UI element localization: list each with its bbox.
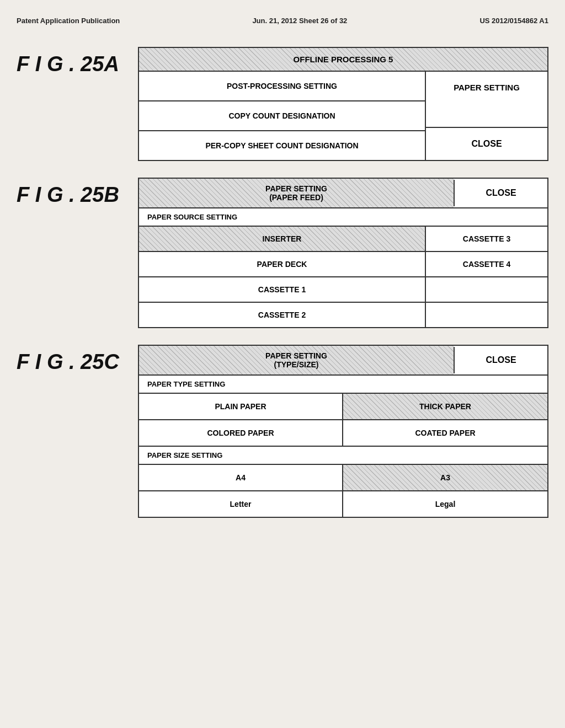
patent-header: Patent Application Publication Jun. 21, … [17, 11, 548, 30]
fig25a-row-1: POST-PROCESSING SETTING [139, 72, 425, 101]
page: Patent Application Publication Jun. 21, … [0, 0, 565, 728]
fig25b-label-container: F I G . 25B [17, 178, 138, 207]
fig25c-header: PAPER SETTING(TYPE/SIZE) CLOSE [139, 346, 547, 376]
fig25c-size-label: PAPER SIZE SETTING [139, 447, 547, 465]
source-row-cassette1: CASSETTE 1 [139, 277, 547, 303]
fig25c-close[interactable]: CLOSE [454, 347, 547, 373]
fig25c-type-label: PAPER TYPE SETTING [139, 376, 547, 394]
fig25c-title: PAPER SETTING(TYPE/SIZE) [139, 346, 454, 374]
source-cassette2: CASSETTE 2 [139, 303, 426, 327]
fig25a-title: OFFLINE PROCESSING 5 [139, 48, 547, 72]
source-paper-deck: PAPER DECK [139, 252, 426, 276]
fig25c-section: F I G . 25C PAPER SETTING(TYPE/SIZE) CLO… [17, 345, 548, 518]
size-letter: Letter [139, 491, 343, 517]
type-coated-paper: COATED PAPER [343, 420, 547, 446]
fig25b-diagram: PAPER SETTING(PAPER FEED) CLOSE PAPER SO… [138, 178, 548, 328]
fig25a-right: PAPER SETTING CLOSE [426, 72, 547, 160]
fig25b-header: PAPER SETTING(PAPER FEED) CLOSE [139, 179, 547, 208]
fig25b-label: F I G . 25B [17, 183, 119, 206]
type-thick-paper: THICK PAPER [343, 394, 547, 420]
source-cassette2-right [426, 303, 547, 327]
source-row-paper-deck: PAPER DECK CASSETTE 4 [139, 252, 547, 277]
fig25b-close[interactable]: CLOSE [454, 180, 547, 206]
fig25a-row-2: COPY COUNT DESIGNATION [139, 101, 425, 131]
fig25c-diagram: PAPER SETTING(TYPE/SIZE) CLOSE PAPER TYP… [138, 345, 548, 518]
fig25b-title: PAPER SETTING(PAPER FEED) [139, 179, 454, 207]
source-cassette3: CASSETTE 3 [426, 227, 547, 251]
source-row-cassette2: CASSETTE 2 [139, 303, 547, 327]
size-a3: A3 [343, 465, 547, 491]
size-legal: Legal [343, 491, 547, 517]
source-inserter: INSERTER [139, 227, 426, 251]
fig25a-body: POST-PROCESSING SETTING COPY COUNT DESIG… [139, 72, 547, 160]
fig25a-label-container: F I G . 25A [17, 47, 138, 76]
header-left: Patent Application Publication [17, 17, 120, 25]
fig25b-source-label: PAPER SOURCE SETTING [139, 208, 547, 227]
fig25a-section: F I G . 25A OFFLINE PROCESSING 5 POST-PR… [17, 47, 548, 161]
fig25a-close[interactable]: CLOSE [426, 128, 547, 160]
fig25a-left: POST-PROCESSING SETTING COPY COUNT DESIG… [139, 72, 426, 160]
fig25a-row-3: PER-COPY SHEET COUNT DESIGNATION [139, 131, 425, 160]
source-cassette4: CASSETTE 4 [426, 252, 547, 276]
source-cassette1: CASSETTE 1 [139, 277, 426, 302]
fig25a-paper-setting: PAPER SETTING [426, 72, 547, 128]
fig25c-type-grid: PLAIN PAPER THICK PAPER COLORED PAPER CO… [139, 394, 547, 447]
header-center: Jun. 21, 2012 Sheet 26 of 32 [252, 17, 347, 25]
source-cassette1-right [426, 277, 547, 302]
fig25a-label: F I G . 25A [17, 52, 119, 76]
fig25a-diagram: OFFLINE PROCESSING 5 POST-PROCESSING SET… [138, 47, 548, 161]
header-right: US 2012/0154862 A1 [479, 17, 548, 25]
fig25c-label-container: F I G . 25C [17, 345, 138, 374]
fig25c-label: F I G . 25C [17, 350, 119, 373]
fig25c-size-grid: A4 A3 Letter Legal [139, 465, 547, 517]
size-a4: A4 [139, 465, 343, 491]
source-row-inserter: INSERTER CASSETTE 3 [139, 227, 547, 252]
type-colored-paper: COLORED PAPER [139, 420, 343, 446]
type-plain-paper: PLAIN PAPER [139, 394, 343, 420]
fig25b-section: F I G . 25B PAPER SETTING(PAPER FEED) CL… [17, 178, 548, 328]
